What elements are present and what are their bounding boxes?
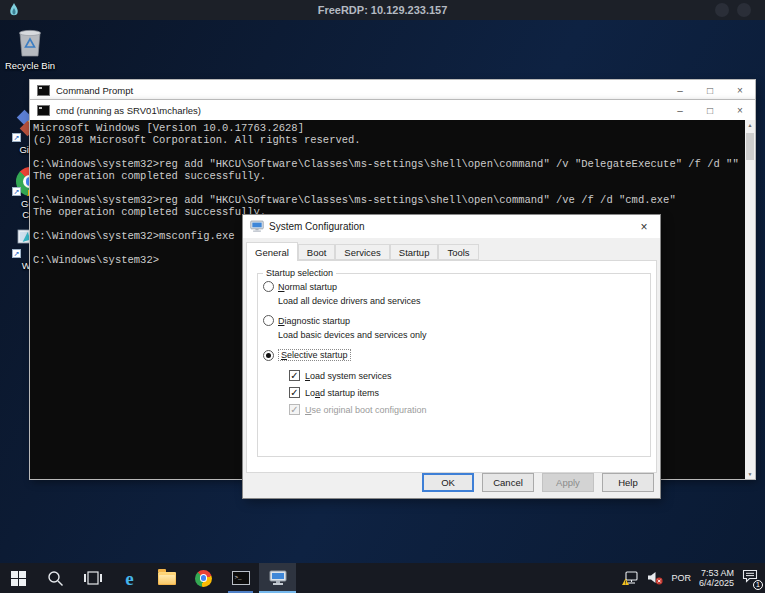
- start-button[interactable]: [0, 563, 37, 593]
- dialog-titlebar[interactable]: System Configuration ×: [243, 215, 660, 238]
- internet-explorer-icon: e: [125, 569, 133, 588]
- cmd-icon: >_: [232, 571, 250, 585]
- chrome-button[interactable]: [185, 563, 222, 593]
- terminal-line: Microsoft Windows [Version 10.0.17763.26…: [33, 122, 745, 134]
- terminal-line: [33, 182, 745, 194]
- scroll-up-icon[interactable]: ▲: [745, 120, 755, 130]
- wm-button-1[interactable]: [715, 3, 729, 17]
- cancel-button[interactable]: Cancel: [482, 473, 534, 492]
- ok-button[interactable]: OK: [422, 473, 474, 492]
- radio-label: Selective startup: [278, 349, 351, 361]
- checkbox-checked-disabled-icon: ✓: [289, 404, 300, 415]
- checkbox-load-startup-items[interactable]: ✓ Load startup items: [289, 387, 379, 398]
- freerdp-titlebar[interactable]: FreeRDP: 10.129.233.157: [0, 0, 765, 20]
- task-view-icon: [84, 571, 102, 585]
- option-description: Load basic devices and services only: [278, 330, 427, 340]
- chrome-icon: [195, 570, 212, 587]
- maximize-icon[interactable]: □: [695, 100, 725, 120]
- taskbar-clock[interactable]: 7:53 AM 6/4/2025: [699, 568, 734, 589]
- terminal-line: C:\Windows\system32>reg add "HKCU\Softwa…: [33, 158, 745, 170]
- cmd-icon: [37, 105, 50, 116]
- rdp-screen: FreeRDP: 10.129.233.157 Recycle Bin ↗ Gi…: [0, 0, 765, 593]
- checkbox-load-system-services[interactable]: ✓ Load system services: [289, 370, 392, 381]
- close-icon[interactable]: ×: [725, 100, 755, 120]
- terminal-line: The operation completed successfully.: [33, 170, 745, 182]
- close-icon[interactable]: ×: [725, 80, 755, 100]
- shortcut-arrow-icon: ↗: [12, 133, 21, 142]
- command-prompt-titlebar[interactable]: Command Prompt – □ ×: [30, 80, 755, 100]
- tab-tools[interactable]: Tools: [438, 244, 478, 260]
- vertical-scrollbar[interactable]: ▲ ▼: [745, 120, 755, 479]
- taskbar: e >_: [0, 563, 765, 593]
- search-button[interactable]: [37, 563, 74, 593]
- shortcut-arrow-icon: ↗: [12, 187, 21, 196]
- help-button[interactable]: Help: [602, 473, 654, 492]
- option-description: Load all device drivers and services: [278, 296, 421, 306]
- group-label: Startup selection: [263, 268, 336, 278]
- tab-services[interactable]: Services: [335, 244, 389, 260]
- volume-muted-icon[interactable]: [647, 571, 663, 585]
- window-title: cmd (running as SRV01\mcharles): [56, 105, 665, 116]
- action-center-button[interactable]: 1: [742, 569, 759, 587]
- tray-date: 6/4/2025: [699, 578, 734, 589]
- radio-label: Diagnostic startup: [278, 316, 350, 326]
- minimize-icon[interactable]: –: [665, 100, 695, 120]
- network-warning-icon[interactable]: [622, 571, 639, 586]
- radio-normal-startup[interactable]: Normal startup: [263, 281, 337, 292]
- tray-time: 7:53 AM: [699, 568, 734, 579]
- radio-diagnostic-startup[interactable]: Diagnostic startup: [263, 315, 350, 326]
- close-icon[interactable]: ×: [628, 215, 660, 238]
- apply-button: Apply: [542, 473, 594, 492]
- file-explorer-icon: [158, 572, 176, 585]
- scroll-down-icon[interactable]: ▼: [745, 469, 755, 479]
- terminal-line: (c) 2018 Microsoft Corporation. All righ…: [33, 134, 745, 146]
- cmd-icon: [37, 85, 50, 96]
- taskbar-msconfig-button[interactable]: [259, 563, 296, 593]
- msconfig-icon: [250, 220, 264, 233]
- search-icon: [47, 570, 64, 587]
- desktop-icon-label: Recycle Bin: [2, 60, 58, 71]
- dialog-tabs: General Boot Services Startup Tools: [246, 242, 479, 261]
- checkbox-use-original-boot-configuration: ✓ Use original boot configuration: [289, 404, 427, 415]
- checkbox-checked-icon: ✓: [289, 387, 300, 398]
- minimize-icon[interactable]: –: [665, 80, 695, 100]
- checkbox-checked-icon: ✓: [289, 370, 300, 381]
- shortcut-arrow-icon: ↗: [12, 249, 21, 258]
- checkbox-label: Use original boot configuration: [305, 405, 427, 415]
- dialog-title: System Configuration: [269, 221, 628, 232]
- recycle-bin-icon: [2, 24, 58, 58]
- notification-badge: 1: [753, 580, 763, 590]
- tab-general[interactable]: General: [246, 242, 298, 261]
- terminal-line: [33, 146, 745, 158]
- task-view-button[interactable]: [74, 563, 111, 593]
- tab-boot[interactable]: Boot: [298, 244, 336, 260]
- system-configuration-dialog: System Configuration × General Boot Serv…: [243, 215, 660, 498]
- windows-logo-icon: [11, 571, 26, 586]
- checkbox-label: Load startup items: [305, 388, 379, 398]
- language-indicator[interactable]: POR: [671, 573, 691, 583]
- internet-explorer-button[interactable]: e: [111, 563, 148, 593]
- dialog-buttons: OK Cancel Apply Help: [422, 473, 654, 492]
- taskbar-cmd-button[interactable]: >_: [222, 563, 259, 593]
- radio-selected-icon: [263, 350, 274, 361]
- radio-icon: [263, 315, 274, 326]
- terminal-line: C:\Windows\system32>reg add "HKCU\Softwa…: [33, 194, 745, 206]
- freerdp-title: FreeRDP: 10.129.233.157: [0, 4, 765, 16]
- radio-selective-startup[interactable]: Selective startup: [263, 349, 351, 361]
- radio-icon: [263, 281, 274, 292]
- desktop-icon-recycle-bin[interactable]: Recycle Bin: [2, 24, 58, 71]
- radio-label: Normal startup: [278, 282, 337, 292]
- tab-page-general: Startup selection Normal startup Load al…: [246, 260, 657, 473]
- window-title: Command Prompt: [56, 85, 665, 96]
- tab-startup[interactable]: Startup: [390, 244, 439, 260]
- cmd-titlebar[interactable]: cmd (running as SRV01\mcharles) – □ ×: [30, 100, 755, 120]
- checkbox-label: Load system services: [305, 371, 392, 381]
- maximize-icon[interactable]: □: [695, 80, 725, 100]
- file-explorer-button[interactable]: [148, 563, 185, 593]
- system-tray: POR 7:53 AM 6/4/2025 1: [622, 563, 765, 593]
- msconfig-icon: [269, 570, 287, 586]
- scrollbar-thumb[interactable]: [746, 133, 754, 160]
- window-command-prompt: Command Prompt – □ ×: [30, 80, 755, 101]
- wm-button-2[interactable]: [737, 3, 751, 17]
